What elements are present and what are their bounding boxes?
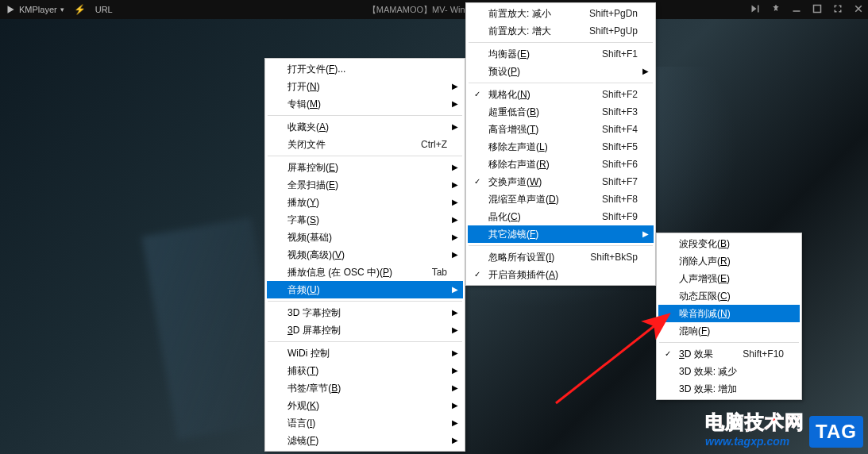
- menu-item-label: 规格化(N): [488, 90, 530, 99]
- menu-item[interactable]: ✓交换声道(W)Shift+F7: [468, 173, 654, 190]
- menu-item-label: 超重低音(B): [488, 107, 539, 117]
- menu-item-shortcut: Shift+F9: [578, 212, 638, 221]
- menu-item[interactable]: 其它滤镜(F)▶: [468, 225, 654, 243]
- menu-item-label: 移除右声道(R): [488, 160, 550, 169]
- menu-item[interactable]: 视频(高级)(V)▶: [267, 246, 463, 264]
- menu-separator: [469, 42, 653, 43]
- menu-item[interactable]: 高音增强(T)Shift+F4: [468, 121, 654, 138]
- menu-item[interactable]: 波段变化(B): [658, 235, 800, 252]
- menu-item[interactable]: 晶化(C)Shift+F9: [468, 208, 654, 225]
- menu-item[interactable]: 预设(P)▶: [468, 63, 654, 80]
- menu-item-shortcut: Shift+F4: [578, 125, 638, 134]
- menu-item[interactable]: ✓规格化(N)Shift+F2: [468, 86, 654, 103]
- menu-item-label: 3D 字幕控制: [287, 308, 341, 317]
- menu-item[interactable]: 播放(Y)▶: [267, 194, 463, 211]
- menu-item-label: 播放信息 (在 OSC 中)(P): [287, 267, 392, 277]
- menu-item-label: 交换声道(W): [488, 177, 542, 187]
- app-name: KMPlayer: [19, 5, 57, 14]
- menu-item[interactable]: 3D 字幕控制▶: [267, 304, 463, 321]
- menu-item[interactable]: WiDi 控制▶: [267, 344, 463, 362]
- menu-item-label: 混响(F): [679, 326, 710, 336]
- menu-item[interactable]: 捕获(T)▶: [267, 362, 463, 379]
- menu-item-shortcut: Shift+BkSp: [566, 252, 638, 262]
- menu-item-shortcut: Shift+PgUp: [565, 26, 638, 36]
- menu-item-label: 预设(P): [488, 67, 520, 76]
- menu-item-label: 噪音削减(N): [679, 309, 731, 318]
- menu-item[interactable]: 前置放大: 增大Shift+PgUp: [468, 22, 654, 40]
- menu-item[interactable]: 全景扫描(E)▶: [267, 176, 463, 194]
- menu-item[interactable]: 视频(基础)▶: [267, 229, 463, 246]
- menu-item[interactable]: 移除右声道(R)Shift+F6: [468, 156, 654, 173]
- menu-item[interactable]: 外观(K)▶: [267, 397, 463, 414]
- menu-item[interactable]: 滤镜(F)▶: [267, 432, 463, 449]
- menu-item-label: 捕获(T): [287, 366, 318, 375]
- bolt-icon[interactable]: ⚡: [74, 4, 86, 15]
- menu-item-shortcut: Shift+F2: [578, 90, 638, 99]
- menu-item-shortcut: Shift+F6: [578, 160, 638, 169]
- menu-item[interactable]: 前置放大: 减小Shift+PgDn: [468, 5, 654, 22]
- submenu-arrow-icon: ▶: [452, 100, 458, 108]
- menu-item[interactable]: 人声增强(E): [658, 270, 800, 287]
- menu-item-label: 书签/章节(B): [287, 383, 341, 393]
- menu-item-label: 视频(基础): [287, 233, 332, 242]
- menu-item[interactable]: 忽略所有设置(I)Shift+BkSp: [468, 248, 654, 266]
- menu-item-shortcut: Shift+F5: [578, 142, 638, 152]
- menu-item[interactable]: 打开(N)▶: [267, 78, 463, 95]
- menu-item[interactable]: 混缩至单声道(D)Shift+F8: [468, 190, 654, 208]
- menu-separator: [268, 115, 462, 116]
- menu-item[interactable]: 移除左声道(L)Shift+F5: [468, 138, 654, 156]
- menu-item[interactable]: ✓开启音频插件(A): [468, 266, 654, 283]
- menu-item[interactable]: 屏幕控制(E)▶: [267, 159, 463, 176]
- submenu-arrow-icon: ▶: [452, 349, 458, 357]
- menu-item[interactable]: 专辑(M)▶: [267, 95, 463, 113]
- menu-item[interactable]: 消除人声(R): [658, 252, 800, 270]
- menu-item[interactable]: 动态压限(C): [658, 287, 800, 305]
- skip-end-icon[interactable]: [750, 4, 760, 16]
- menu-item[interactable]: 书签/章节(B)▶: [267, 379, 463, 397]
- menu-item[interactable]: 打开文件(F)...: [267, 60, 463, 78]
- close-icon[interactable]: [854, 4, 863, 16]
- menu-item[interactable]: 播放信息 (在 OSC 中)(P)Tab: [267, 264, 463, 281]
- menu-item-label: 前置放大: 增大: [488, 26, 551, 36]
- maximize-icon[interactable]: [812, 4, 822, 16]
- submenu-arrow-icon: ▶: [452, 384, 458, 392]
- menu-item-label: 3D 效果: 增加: [679, 384, 737, 394]
- menu-item-label: 混缩至单声道(D): [488, 194, 559, 204]
- menu-item[interactable]: 关闭文件Ctrl+Z: [267, 136, 463, 153]
- menu-item[interactable]: 3D 效果: 增加: [658, 380, 800, 398]
- url-label[interactable]: URL: [95, 5, 113, 14]
- menu-item-label: 收藏夹(A): [287, 122, 329, 132]
- play-logo-icon: [5, 4, 16, 15]
- fullscreen-icon[interactable]: [833, 4, 843, 16]
- menu-item[interactable]: 语言(I)▶: [267, 414, 463, 432]
- pin-icon[interactable]: [771, 4, 781, 16]
- menu-item[interactable]: 3D 屏幕控制▶: [267, 321, 463, 339]
- menu-item[interactable]: 均衡器(E)Shift+F1: [468, 45, 654, 63]
- menu-item-label: 屏幕控制(E): [287, 163, 338, 172]
- menu-item-shortcut: Shift+F7: [578, 177, 638, 187]
- menu-item[interactable]: 收藏夹(A)▶: [267, 118, 463, 136]
- menu-item[interactable]: 音频(U)▶: [267, 281, 463, 298]
- menu-separator: [268, 301, 462, 302]
- context-menu-main: 打开文件(F)...打开(N)▶专辑(M)▶收藏夹(A)▶关闭文件Ctrl+Z屏…: [264, 58, 465, 452]
- menu-item-label: 音频(U): [287, 285, 320, 294]
- menu-item-label: 语言(I): [287, 418, 315, 428]
- menu-item[interactable]: ✓3D 效果Shift+F10: [658, 345, 800, 363]
- menu-item-label: 播放(Y): [287, 198, 319, 207]
- menu-item[interactable]: 超重低音(B)Shift+F3: [468, 103, 654, 121]
- menu-separator: [469, 245, 653, 246]
- minimize-icon[interactable]: [792, 4, 801, 16]
- menu-item-label: 人声增强(E): [679, 274, 730, 283]
- check-icon: ✓: [474, 178, 480, 186]
- menu-item-label: 开启音频插件(A): [488, 270, 558, 279]
- menu-item-label: 移除左声道(L): [488, 142, 548, 152]
- menu-item[interactable]: 噪音削减(N): [658, 305, 800, 322]
- menu-item-label: 晶化(C): [488, 212, 521, 221]
- app-logo[interactable]: KMPlayer ▾: [5, 4, 64, 15]
- menu-item[interactable]: 混响(F): [658, 322, 800, 340]
- menu-item[interactable]: 3D 效果: 减少: [658, 363, 800, 380]
- submenu-arrow-icon: ▶: [452, 402, 458, 410]
- submenu-arrow-icon: ▶: [452, 286, 458, 294]
- menu-item[interactable]: 字幕(S)▶: [267, 211, 463, 229]
- titlebar: KMPlayer ▾ ⚡ URL 【MAMAMOO】MV- Wind Flowe…: [0, 0, 868, 19]
